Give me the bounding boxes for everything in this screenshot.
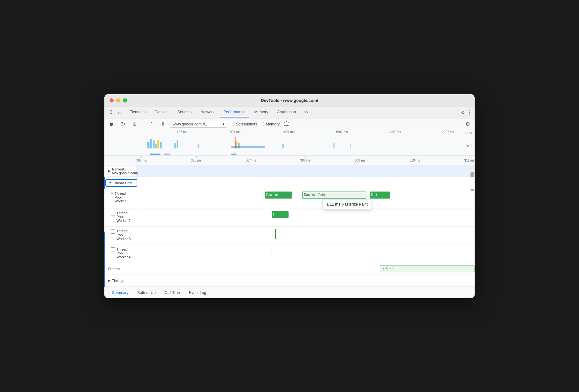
minimize-button[interactable] [116, 98, 120, 102]
thread-pool-expand-icon[interactable]: ▼ [109, 181, 112, 185]
tab-network[interactable]: Network [197, 107, 218, 117]
worker4-label: Thread Pool Worker 4 [104, 245, 136, 263]
devtools-settings: ⚙ ⋮ [461, 109, 472, 116]
tl-label-2: 1497 ms [262, 130, 315, 137]
worker1-label-text: Thread Pool Worker 1 [115, 192, 133, 203]
bottom-tab-event-log[interactable]: Event Log [185, 287, 210, 298]
scrollbar[interactable] [470, 165, 475, 177]
svg-rect-6 [174, 143, 176, 148]
svg-rect-18 [231, 154, 237, 155]
bottom-tab-call-tree[interactable]: Call Tree [161, 287, 184, 298]
settings-icon[interactable]: ⚙ [461, 109, 465, 116]
tab-sources[interactable]: Sources [174, 107, 195, 117]
network-label-text: Network /ww.google.com) [112, 167, 138, 175]
tab-performance[interactable]: Performance [220, 107, 249, 117]
timeline-overview[interactable]: 497 ms 997 ms 1497 ms 1997 ms 2497 ms 29… [104, 130, 475, 156]
worker3-track-content[interactable] [136, 227, 475, 245]
worker1-row: ✏ Thread Pool Worker 1 Ras...int Rasteri… [104, 189, 475, 208]
download-button[interactable]: ⇓ [158, 120, 167, 129]
title-bar: DevTools - www.google.com/ [104, 94, 475, 107]
more-tabs-button[interactable]: >> [302, 108, 310, 117]
timings-row: ▶ Timings [104, 275, 475, 287]
worker2-label-text: Thread Pool Worker 2 [117, 211, 133, 222]
worker1-task-rasterize[interactable]: Rasterize Paint [302, 192, 366, 199]
blue-vertical-line [104, 232, 105, 287]
network-expand-icon[interactable]: ▶ [108, 169, 111, 173]
network-track-row: ▶ Network /ww.google.com) [104, 165, 475, 177]
perf-settings-icon[interactable]: ⚙ [463, 120, 472, 129]
flame-icon[interactable]: 🏛 [282, 120, 291, 129]
net-label: NET [466, 144, 472, 148]
reload-button[interactable]: ↻ [118, 120, 127, 129]
ruler-mark-5: 310 ms [410, 159, 420, 162]
url-value: www.google.com #1 [173, 122, 207, 126]
svg-rect-16 [150, 154, 161, 155]
worker4-row: Thread Pool Worker 4 [104, 245, 475, 263]
ruler-mark-1: 306 ms [191, 159, 201, 162]
pencil-icon: ✏ [111, 192, 113, 195]
worker1-label: ✏ Thread Pool Worker 1 [104, 189, 136, 208]
more-options-icon[interactable]: ⋮ [467, 109, 472, 116]
device-icon[interactable]: ▭ [116, 107, 124, 118]
svg-rect-11 [282, 144, 284, 148]
worker3-row: Thread Pool Worker 3 [104, 227, 475, 245]
upload-button[interactable]: ⇑ [147, 120, 156, 129]
bottom-tab-summary[interactable]: Summary [108, 287, 132, 298]
cpu-chart [130, 137, 468, 148]
ruler-mark-3: 308 ms [300, 159, 311, 162]
tab-memory[interactable]: Memory [251, 107, 272, 117]
cpu-label: CPU [465, 132, 472, 135]
tl-label-3: 1997 ms [315, 130, 368, 137]
ruler-mark-6: 311 ms [464, 159, 475, 162]
bottom-tab-bottom-up[interactable]: Bottom-Up [133, 287, 159, 298]
memory-checkbox-group: Memory [260, 122, 280, 126]
worker4-thin-task [272, 250, 272, 256]
frames-bar[interactable]: 4.8 ms [380, 265, 475, 272]
performance-toolbar: ⏺ ↻ ⊘ ⇑ ⇓ www.google.com #1 ▾ Screenshot… [104, 118, 475, 130]
close-button[interactable] [109, 98, 114, 102]
tooltip-label: Rasterize Paint [342, 202, 367, 207]
timings-expand-icon[interactable]: ▶ [108, 279, 111, 282]
maximize-button[interactable] [123, 98, 127, 102]
svg-rect-1 [150, 139, 152, 148]
thread-pool-label-text: Thread Pool [113, 181, 132, 185]
screenshots-label: Screenshots [236, 122, 257, 126]
screenshots-checkbox[interactable] [230, 122, 234, 126]
worker1-task-rt[interactable]: R...t [370, 192, 390, 199]
svg-rect-4 [157, 140, 159, 148]
tab-application[interactable]: Application [273, 107, 300, 117]
window-title: DevTools - www.google.com/ [261, 98, 318, 103]
pointer-icon[interactable]: ⠿ [107, 107, 115, 118]
tracks-area: ▶ Network /ww.google.com) ▼ Thread Pool [104, 165, 475, 287]
worker2-label: Thread Pool Worker 2 [104, 208, 136, 226]
tab-elements[interactable]: Elements [126, 107, 149, 117]
clear-button[interactable]: ⊘ [130, 120, 139, 129]
worker2-row: Thread Pool Worker 2 I... [104, 208, 475, 227]
thread-pool-track-content [137, 177, 475, 189]
url-selector[interactable]: www.google.com #1 ▾ [170, 121, 227, 128]
devtools-window: DevTools - www.google.com/ ⠿ ▭ Elements … [104, 94, 475, 298]
timings-track-content[interactable] [136, 275, 475, 286]
worker3-icon [111, 229, 115, 234]
svg-rect-17 [164, 154, 170, 155]
memory-checkbox[interactable] [260, 122, 264, 126]
bottom-tab-bar: Summary Bottom-Up Call Tree Event Log [104, 287, 475, 298]
tab-console[interactable]: Console [151, 107, 172, 117]
frames-track-content[interactable]: 4.8 ms [136, 263, 475, 275]
frames-label-text: Frames [108, 267, 120, 271]
worker1-track-content[interactable]: Ras...int Rasterize Paint R...t 1.11 ms … [136, 189, 475, 208]
worker2-task-i[interactable]: I... [272, 211, 289, 218]
network-track-label: ▶ Network /ww.google.com) [104, 166, 136, 176]
thread-pool-row: ▼ Thread Pool [104, 177, 475, 189]
worker4-icon [111, 247, 115, 252]
url-dropdown-icon: ▾ [222, 122, 224, 126]
svg-rect-15 [231, 146, 265, 148]
worker1-task-ras[interactable]: Ras...int [265, 192, 292, 199]
network-track-content [136, 165, 475, 177]
record-button[interactable]: ⏺ [107, 120, 116, 129]
worker4-label-text: Thread Pool Worker 4 [117, 247, 133, 259]
worker4-track-content[interactable] [136, 245, 475, 263]
traffic-lights [109, 98, 127, 102]
svg-rect-13 [350, 144, 351, 148]
worker2-track-content[interactable]: I... [136, 208, 475, 226]
